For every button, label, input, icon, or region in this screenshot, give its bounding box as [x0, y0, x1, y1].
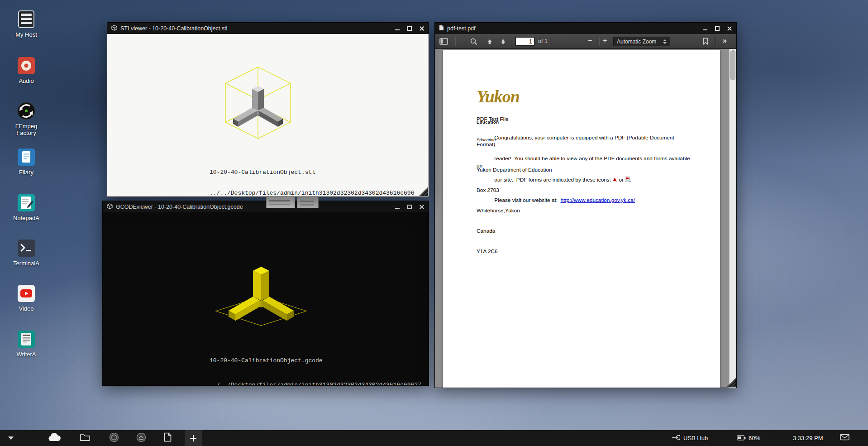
terminal-icon — [16, 238, 37, 259]
background-window-fragment — [266, 196, 295, 208]
taskbar-files-button[interactable] — [76, 430, 94, 446]
desktop-icon-writera[interactable]: WriterA — [6, 329, 46, 358]
desktop-icon-label: FFmpeg Factory — [6, 123, 46, 136]
doc-website-line: Please visit our website at: http://www.… — [477, 191, 635, 210]
resize-grip[interactable] — [419, 187, 428, 196]
audio-icon — [16, 55, 37, 76]
close-icon[interactable] — [419, 204, 424, 210]
zoom-select[interactable]: Automatic Zoom — [613, 37, 670, 46]
desktop-icon-ffmpeg-factory[interactable]: FFmpeg Factory — [6, 101, 46, 136]
minimize-icon[interactable] — [702, 26, 708, 31]
page-number-input[interactable] — [515, 37, 534, 46]
tray-usb-hub[interactable]: USB Hub — [672, 430, 708, 446]
desktop-icon-my-host[interactable]: My Host — [6, 9, 46, 38]
taskbar-cloud-button[interactable] — [44, 430, 64, 446]
desktop-icon-audio[interactable]: Audio — [6, 55, 46, 84]
zoom-select-value: Automatic Zoom — [617, 38, 656, 45]
gcode-file-info: 10-20-40-CalibrationObject.gcode ../../D… — [210, 346, 421, 385]
pdf-page: Yukon Education Éducation PDF Test File … — [443, 50, 720, 388]
address-line: Canada — [477, 228, 552, 235]
pdf-file-icon — [164, 432, 172, 444]
desktop-icon-label: Video — [6, 305, 46, 312]
desktop-icon-filary[interactable]: Filary — [6, 147, 46, 176]
stl-render-area: 10-20-40-CalibrationObject.stl ../../Des… — [107, 34, 429, 197]
stl-3d-render — [213, 59, 303, 149]
scrollbar-thumb[interactable] — [730, 50, 735, 80]
acrobat-icon — [612, 177, 617, 184]
previous-page-icon[interactable] — [486, 38, 493, 47]
cube-app-icon — [107, 203, 113, 211]
background-window-fragment — [297, 197, 319, 208]
maximize-icon[interactable] — [407, 204, 412, 210]
usb-icon — [672, 434, 681, 442]
folder-icon — [80, 433, 91, 443]
toolbar-divider — [599, 37, 599, 46]
doc-paragraph-line: Congratulations, your computer is equipp… — [477, 134, 676, 148]
writer-icon — [16, 329, 37, 350]
page-count-label: of 1 — [538, 38, 548, 44]
recycle-arrows-icon — [16, 101, 37, 121]
tray-battery[interactable]: 60% — [737, 430, 760, 446]
doc-paragraph-or: or — [617, 177, 625, 183]
battery-percent-label: 60% — [749, 435, 760, 441]
minimize-icon[interactable] — [395, 204, 400, 210]
stl-filename: 10-20-40-CalibrationObject.stl — [210, 169, 414, 175]
plus-icon — [190, 435, 196, 441]
maximize-icon[interactable] — [715, 26, 720, 31]
taskbar-pdf-button[interactable] — [158, 430, 176, 446]
taskbar-new-button[interactable] — [185, 430, 202, 446]
maximize-icon[interactable] — [407, 26, 412, 31]
website-link[interactable]: http://www.education.gov.yk.ca/ — [561, 197, 635, 203]
taskbar: USB Hub 60% 3:33:29 PM — [0, 430, 868, 446]
website-prefix: Please visit our website at: — [494, 197, 560, 203]
doc-address: Yukon Department of Education Box 2703 W… — [477, 153, 552, 269]
pdf-form-icon — [625, 177, 630, 184]
taskbar-gcodeviewer-button[interactable] — [132, 430, 150, 446]
taskbar-stlviewer-button[interactable] — [105, 430, 123, 446]
tray-mail[interactable] — [840, 430, 849, 446]
window-title: pdf-test.pdf — [447, 25, 476, 32]
gcode-path-line1: ../../Desktop/files/admin/inith31302d323… — [210, 382, 421, 385]
stl-window-titlebar[interactable]: STLviewer - 10-20-40-CalibrationObject.s… — [107, 23, 429, 34]
gcode-3d-render — [207, 243, 315, 334]
search-icon[interactable] — [470, 38, 477, 47]
desktop-icon-label: NotepadA — [6, 215, 46, 221]
address-line: Y1A 2C6 — [477, 248, 552, 255]
pdf-content-area: Yukon Education Éducation PDF Test File … — [435, 49, 736, 388]
pdf-viewer-window: pdf-test.pdf of 1 − — [434, 22, 737, 388]
close-icon[interactable] — [419, 26, 424, 31]
next-page-icon[interactable] — [500, 38, 506, 47]
desktop-icon-label: WriterA — [6, 351, 46, 358]
desktop-icon-video[interactable]: Video — [6, 283, 46, 312]
taskbar-menu-button[interactable] — [5, 430, 17, 446]
toolbar-divider — [455, 37, 455, 46]
gcode-window-titlebar[interactable]: GCODEviewer - 10-20-40-CalibrationObject… — [103, 201, 429, 212]
clock-label: 3:33:29 PM — [793, 435, 823, 441]
close-icon[interactable] — [727, 26, 732, 31]
desktop-icon-terminala[interactable]: TerminalA — [6, 238, 46, 267]
stl-file-info: 10-20-40-CalibrationObject.stl ../../Des… — [210, 158, 414, 197]
pdf-toolbar: of 1 − + Automatic Zoom » — [435, 34, 736, 49]
envelope-icon — [840, 434, 849, 442]
window-title: STLviewer - 10-20-40-CalibrationObject.s… — [120, 25, 227, 32]
battery-icon — [737, 434, 746, 442]
doc-paragraph-end: . — [630, 177, 631, 183]
desktop-icon-label: Filary — [6, 169, 46, 176]
more-tools-button[interactable]: » — [723, 37, 727, 45]
cloud-icon — [48, 433, 61, 444]
desktop-icon-notepada[interactable]: NotepadA — [6, 192, 46, 221]
stl-viewer-window: STLviewer - 10-20-40-CalibrationObject.s… — [107, 22, 429, 197]
desktop-icon-label: Audio — [6, 77, 46, 84]
sidebar-toggle-icon[interactable] — [439, 38, 448, 47]
bookmark-icon[interactable] — [703, 38, 708, 47]
pdf-scrollbar[interactable] — [729, 49, 736, 388]
gcode-filename: 10-20-40-CalibrationObject.gcode — [210, 358, 421, 364]
pdf-window-titlebar[interactable]: pdf-test.pdf — [435, 23, 736, 34]
notepad-icon — [16, 192, 37, 213]
minimize-icon[interactable] — [395, 26, 400, 31]
zoom-in-button[interactable]: + — [603, 37, 607, 44]
address-line: Yukon Department of Education — [477, 167, 552, 173]
app-circle-icon — [136, 432, 146, 444]
zoom-out-button[interactable]: − — [588, 37, 592, 44]
select-arrows-icon — [663, 39, 667, 44]
